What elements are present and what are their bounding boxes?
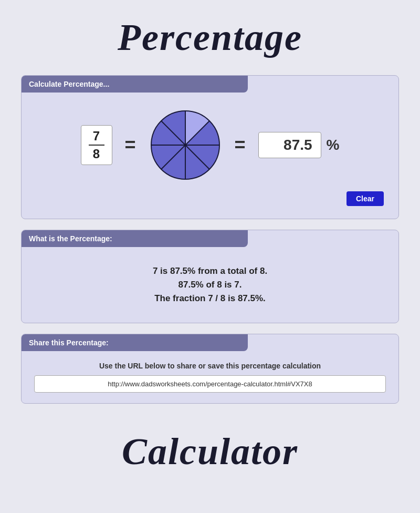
- title-top: Percentage: [118, 16, 302, 59]
- what-line1: 7 is 87.5% from a total of 8.: [34, 266, 386, 276]
- title-bottom: Calculator: [122, 430, 298, 474]
- what-card: What is the Percentage: 7 is 87.5% from …: [21, 230, 399, 323]
- fraction-numerator[interactable]: 7: [89, 129, 104, 146]
- percent-symbol: %: [327, 137, 340, 153]
- pie-chart: [149, 108, 222, 182]
- clear-button[interactable]: Clear: [346, 191, 384, 206]
- what-line3: The fraction 7 / 8 is 87.5%.: [34, 293, 386, 304]
- percentage-text: 7 is 87.5% from a total of 8. 87.5% of 8…: [34, 258, 386, 312]
- result-value: 87.5: [258, 132, 321, 158]
- what-card-header: What is the Percentage:: [22, 230, 248, 247]
- share-card-header: Share this Percentage:: [22, 334, 248, 351]
- share-url[interactable]: http://www.dadsworksheets.com/percentage…: [34, 375, 386, 393]
- equals-sign-1: =: [125, 134, 136, 156]
- calc-card-header: Calculate Percentage...: [22, 76, 248, 93]
- fraction-box: 7 8: [81, 125, 112, 165]
- share-instruction: Use the URL below to share or save this …: [34, 362, 386, 370]
- equals-sign-2: =: [235, 134, 246, 156]
- calc-card: Calculate Percentage... 7 8 =: [21, 75, 399, 219]
- share-card: Share this Percentage: Use the URL below…: [21, 334, 399, 404]
- result-box: 87.5 %: [258, 132, 340, 158]
- fraction-denominator[interactable]: 8: [89, 146, 104, 161]
- what-line2: 87.5% of 8 is 7.: [34, 280, 386, 290]
